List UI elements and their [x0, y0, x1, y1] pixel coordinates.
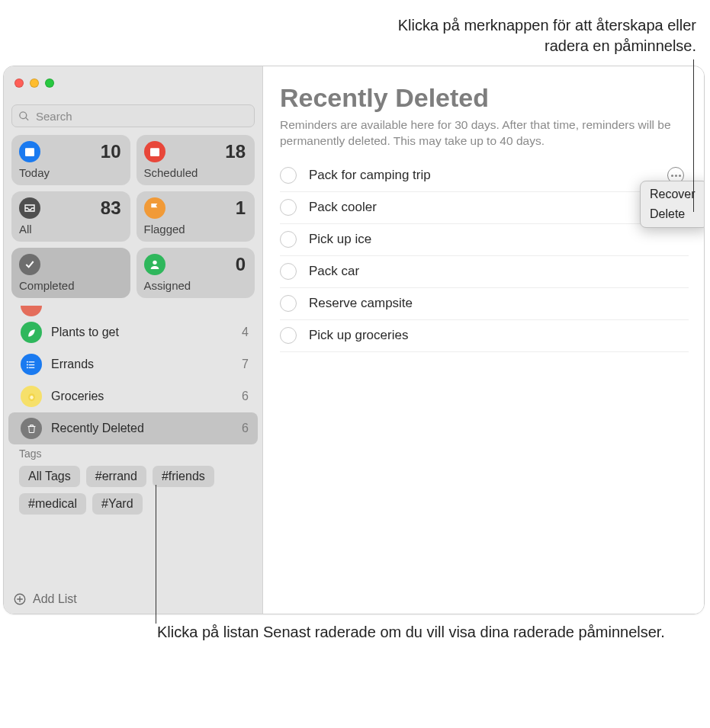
lemon-icon [21, 386, 42, 407]
tag-pill[interactable]: #Yard [92, 493, 143, 515]
callout-leader-line [693, 59, 694, 212]
smart-card-today[interactable]: 10 Today [11, 135, 130, 185]
list-label: Groceries [51, 390, 233, 403]
smart-label: Assigned [144, 279, 246, 292]
tags-wrap: All Tags #errand #friends #medical #Yard [19, 466, 248, 515]
reminder-title: Reserve campsite [309, 296, 413, 311]
complete-toggle[interactable] [280, 199, 297, 216]
smart-card-flagged[interactable]: 1 Flagged [137, 191, 255, 242]
list-label: Recently Deleted [51, 422, 233, 435]
complete-toggle[interactable] [280, 167, 297, 184]
callout-top-text: Klicka på merknappen för att återskapa e… [398, 17, 696, 54]
reminder-title: Pick up ice [309, 232, 371, 247]
window-zoom-button[interactable] [45, 79, 54, 88]
smart-label: All [19, 223, 121, 236]
callout-bottom-text: Klicka på listan Senast raderade om du v… [157, 624, 665, 640]
sidebar: 10 Today 18 Scheduled [4, 66, 263, 614]
add-list-label: Add List [33, 592, 77, 606]
list-icon [21, 354, 42, 375]
reminder-row[interactable]: Pack car [280, 256, 689, 288]
flag-icon [144, 197, 165, 219]
reminder-row[interactable]: Pick up ice [280, 224, 689, 256]
tags-header: Tags [19, 447, 250, 460]
search-input[interactable] [34, 109, 248, 123]
smart-count: 83 [101, 197, 121, 219]
complete-toggle[interactable] [280, 263, 297, 280]
tag-pill[interactable]: #errand [86, 466, 146, 487]
smart-card-scheduled[interactable]: 18 Scheduled [137, 135, 255, 185]
list-item-plants[interactable]: Plants to get 4 [4, 316, 262, 348]
smart-count: 10 [101, 141, 121, 162]
svg-rect-1 [25, 148, 34, 150]
smart-label: Completed [19, 279, 121, 292]
smart-label: Scheduled [144, 166, 246, 179]
calendar-icon [144, 141, 165, 162]
list-count: 6 [242, 422, 249, 435]
smart-card-completed[interactable]: Completed [11, 248, 130, 298]
list-item-recently-deleted[interactable]: Recently Deleted 6 [8, 412, 258, 444]
my-lists: Plants to get 4 Errands 7 Groceries 6 [4, 306, 262, 444]
smart-card-all[interactable]: 83 All [11, 191, 130, 242]
complete-toggle[interactable] [280, 327, 297, 344]
page-title: Recently Deleted [280, 83, 689, 113]
tag-pill[interactable]: #friends [153, 466, 214, 487]
leaf-icon [21, 322, 42, 343]
add-list-button[interactable]: Add List [4, 586, 262, 614]
svg-point-4 [26, 361, 27, 362]
reminder-row[interactable]: Pack cooler [280, 192, 689, 224]
reminder-row[interactable]: Pack for camping trip [280, 160, 689, 192]
page-description: Reminders are available here for 30 days… [280, 117, 676, 149]
smart-label: Flagged [144, 223, 246, 236]
svg-point-5 [26, 364, 27, 365]
callout-top: Klicka på merknappen för att återskapa e… [0, 0, 710, 56]
tags-section: Tags All Tags #errand #friends #medical … [4, 444, 262, 515]
context-menu: Recover Delete [640, 181, 705, 228]
smart-card-assigned[interactable]: 0 Assigned [137, 248, 255, 298]
list-label: Plants to get [51, 326, 233, 339]
list-count: 6 [242, 390, 249, 403]
plus-circle-icon [13, 592, 27, 606]
svg-point-8 [30, 395, 33, 399]
list-count: 7 [242, 358, 249, 371]
smart-count: 18 [225, 141, 246, 162]
reminder-title: Pack car [309, 264, 359, 279]
app-window: 10 Today 18 Scheduled [3, 66, 705, 614]
tag-pill[interactable]: #medical [19, 493, 86, 515]
callout-leader-line [156, 485, 156, 624]
svg-point-6 [26, 367, 27, 368]
reminder-row[interactable]: Reserve campsite [280, 288, 689, 320]
svg-point-3 [153, 261, 156, 265]
reminder-title: Pick up groceries [309, 328, 408, 343]
tag-pill[interactable]: All Tags [19, 466, 80, 487]
menu-item-recover[interactable]: Recover [641, 184, 705, 204]
window-close-button[interactable] [14, 79, 24, 88]
list-item-peek [4, 306, 262, 316]
trash-icon [21, 418, 42, 439]
svg-rect-2 [150, 148, 159, 156]
list-label: Errands [51, 358, 233, 371]
complete-toggle[interactable] [280, 231, 297, 248]
calendar-icon [19, 141, 40, 162]
smart-label: Today [19, 166, 121, 179]
check-icon [19, 254, 40, 275]
tray-icon [19, 197, 40, 219]
reminder-title: Pack cooler [309, 200, 377, 215]
window-minimize-button[interactable] [30, 79, 39, 88]
person-icon [144, 254, 165, 275]
search-field[interactable] [11, 104, 255, 127]
main-pane: Recently Deleted Reminders are available… [263, 66, 704, 614]
smart-count: 1 [236, 197, 246, 219]
smart-count: 0 [236, 254, 246, 275]
reminders-list: Pack for camping trip Pack cooler Pick u… [280, 160, 689, 352]
reminder-title: Pack for camping trip [309, 168, 431, 183]
smart-lists-grid: 10 Today 18 Scheduled [4, 135, 262, 298]
search-icon [18, 111, 30, 122]
list-count: 4 [242, 326, 249, 339]
callout-bottom: Klicka på listan Senast raderade om du v… [0, 614, 710, 665]
list-icon [21, 306, 42, 316]
menu-item-delete[interactable]: Delete [641, 204, 705, 224]
complete-toggle[interactable] [280, 295, 297, 312]
list-item-groceries[interactable]: Groceries 6 [4, 380, 262, 412]
list-item-errands[interactable]: Errands 7 [4, 348, 262, 380]
reminder-row[interactable]: Pick up groceries [280, 320, 689, 352]
